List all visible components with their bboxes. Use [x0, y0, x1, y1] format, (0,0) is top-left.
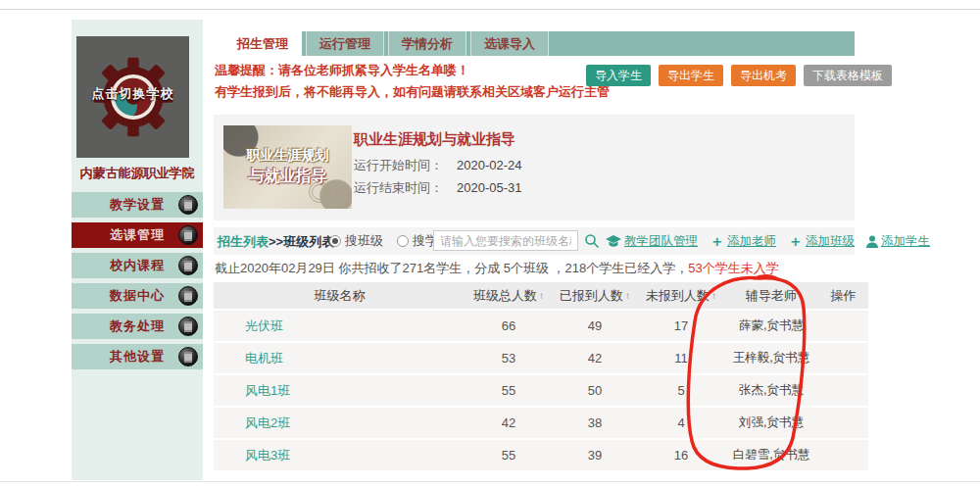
class-name-link[interactable]: 风电1班 — [214, 382, 466, 400]
graduation-cap-icon — [606, 235, 621, 248]
col-teachers: 辅导老师 — [724, 287, 818, 305]
sidebar-item-course-selection[interactable]: 选课管理 — [72, 222, 203, 248]
plus-icon: ＋ — [710, 232, 724, 251]
action-buttons: 导入学生 导出学生 导出机考 下载表格模板 — [586, 65, 892, 86]
tab-operation-management[interactable]: 运行管理 — [306, 31, 384, 56]
class-name-link[interactable]: 光伏班 — [214, 317, 466, 335]
class-table: 班级名称 班级总人数↑ 已报到人数↑ 未报到人数↑ 辅导老师 操作 光伏班 66… — [214, 282, 868, 470]
class-search-input[interactable] — [433, 230, 578, 251]
sidebar-menu: 教学设置 选课管理 校内课程 数据中心 教务处理 其他设置 — [72, 192, 203, 374]
course-banner-image: 职业生涯规划 与就业指导 — [223, 125, 352, 209]
course-panel: 职业生涯规划 与就业指导 职业生涯规划与就业指导 运行开始时间：2020-02-… — [214, 115, 855, 220]
not-enrolled-highlight: 53个学生未入学 — [688, 261, 778, 275]
teachers-cell: 张杰,贠书慧 — [724, 382, 818, 399]
top-divider — [0, 9, 980, 10]
download-template-button[interactable]: 下载表格模板 — [804, 65, 892, 86]
tab-enrollment-management[interactable]: 招生管理 — [223, 31, 302, 56]
radio-search-class[interactable]: 搜班级 — [329, 232, 383, 250]
tab-course-import[interactable]: 选课导入 — [470, 31, 549, 56]
class-name-link[interactable]: 风电2班 — [214, 415, 466, 432]
radio-selected-icon — [329, 235, 341, 247]
col-unreported: 未报到人数↑ — [638, 287, 724, 305]
school-logo[interactable]: 点击切换学校 — [76, 36, 189, 158]
toolbar-links: 教学团队管理 ＋ 添加老师 ＋ 添加班级 添加学生 — [606, 232, 930, 251]
tab-bar: 招生管理 运行管理 学情分析 选课导入 — [223, 31, 855, 56]
sidebar: 点击切换学校 内蒙古能源职业学院 教学设置 选课管理 校内课程 数据中心 教务处… — [72, 20, 203, 480]
sidebar-item-academic-affairs[interactable]: 教务处理 — [72, 314, 203, 339]
plus-icon: ＋ — [788, 232, 803, 251]
add-class-link[interactable]: ＋ 添加班级 — [788, 232, 855, 251]
teachers-cell: 王梓毅,贠书慧 — [724, 350, 818, 366]
breadcrumb: 招生列表>>班级列表 — [218, 233, 334, 251]
col-reported: 已报到人数↑ — [552, 287, 638, 305]
notice-line-2: 有学生报到后，将不能再导入，如有问题请联系相关区域客户运行主管 — [215, 83, 610, 101]
switch-school-label[interactable]: 点击切换学校 — [76, 85, 189, 103]
export-exam-button[interactable]: 导出机考 — [731, 65, 796, 86]
team-management-link[interactable]: 教学团队管理 — [606, 233, 698, 250]
table-row: 风电1班 55 50 5 张杰,贠书慧 — [214, 375, 868, 406]
radio-unselected-icon — [397, 235, 409, 247]
sidebar-item-other-settings[interactable]: 其他设置 — [72, 344, 203, 369]
teachers-cell: 白碧雪,贠书慧 — [724, 447, 818, 464]
notice-line-1: 温馨提醒：请各位老师抓紧导入学生名单喽！ — [215, 62, 469, 79]
sort-icon[interactable]: ↑ — [625, 290, 630, 301]
table-header: 班级名称 班级总人数↑ 已报到人数↑ 未报到人数↑ 辅导老师 操作 — [214, 282, 868, 309]
col-action: 操作 — [818, 287, 868, 305]
import-students-button[interactable]: 导入学生 — [586, 65, 651, 86]
menu-badge-icon — [178, 225, 198, 245]
person-icon — [866, 235, 878, 248]
sidebar-item-data-center[interactable]: 数据中心 — [72, 283, 203, 309]
list-toolbar: 招生列表>>班级列表 搜班级 搜学生 教学团队管理 — [214, 227, 855, 255]
table-row: 风电2班 42 38 4 刘强,贠书慧 — [214, 408, 868, 438]
sidebar-item-school-courses[interactable]: 校内课程 — [72, 253, 203, 278]
search-icon[interactable] — [584, 233, 600, 249]
sidebar-item-teaching-settings[interactable]: 教学设置 — [72, 192, 203, 218]
teachers-cell: 薛蒙,贠书慧 — [724, 317, 818, 334]
col-total: 班级总人数↑ — [466, 287, 552, 305]
teachers-cell: 刘强,贠书慧 — [724, 415, 818, 431]
class-name-link[interactable]: 电机班 — [214, 350, 466, 367]
add-student-link[interactable]: 添加学生 — [866, 233, 930, 250]
enrollment-summary: 截止2020年02月29日 你共招收了271名学生，分成 5个班级 ，218个学… — [215, 260, 779, 277]
class-name-link[interactable]: 风电3班 — [214, 447, 466, 464]
menu-badge-icon — [178, 195, 198, 215]
course-start-time: 运行开始时间：2020-02-24 — [354, 157, 522, 174]
tab-learning-analysis[interactable]: 学情分析 — [388, 31, 466, 56]
menu-badge-icon — [178, 317, 198, 336]
menu-badge-icon — [178, 347, 198, 366]
sort-icon[interactable]: ↑ — [539, 290, 544, 301]
col-class-name: 班级名称 — [214, 287, 466, 305]
course-title: 职业生涯规划与就业指导 — [354, 130, 515, 149]
add-teacher-link[interactable]: ＋ 添加老师 — [710, 232, 776, 251]
table-row: 电机班 53 42 11 王梓毅,贠书慧 — [214, 343, 868, 373]
course-end-time: 运行结束时间：2020-05-31 — [354, 179, 522, 197]
table-row: 光伏班 66 49 17 薛蒙,贠书慧 — [214, 311, 868, 341]
school-name: 内蒙古能源职业学院 — [72, 165, 203, 182]
sort-icon[interactable]: ↑ — [711, 290, 716, 301]
table-row: 风电3班 55 39 16 白碧雪,贠书慧 — [214, 440, 868, 470]
menu-badge-icon — [178, 256, 198, 275]
menu-badge-icon — [178, 286, 198, 306]
export-students-button[interactable]: 导出学生 — [659, 65, 723, 86]
bottom-divider — [0, 481, 980, 482]
